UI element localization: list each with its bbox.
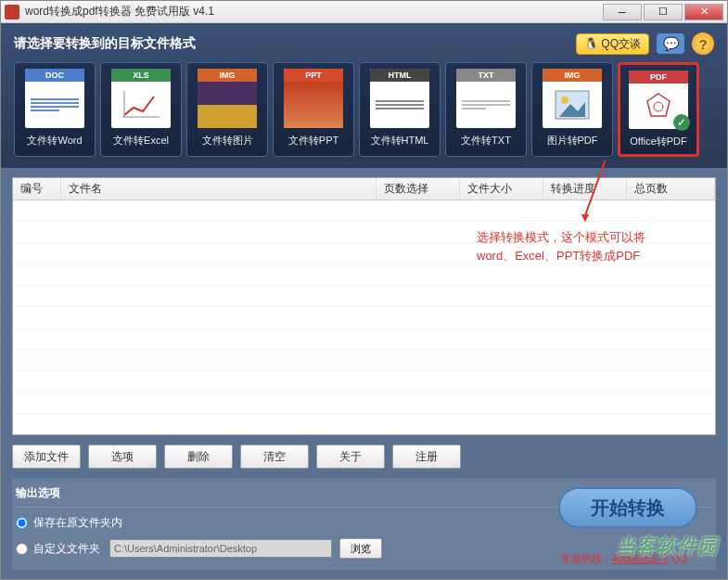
start-convert-button[interactable]: 开始转换 <box>558 487 697 528</box>
radio-custom-folder[interactable] <box>16 543 28 555</box>
tile-label: 文件转TXT <box>461 134 511 148</box>
app-window: word转换成pdf转换器 免费试用版 v4.1 ─ ☐ ✕ 请选择要转换到的目… <box>0 0 728 580</box>
path-input[interactable] <box>109 539 332 558</box>
img-badge: IMG <box>543 69 602 82</box>
titlebar: word转换成pdf转换器 免费试用版 v4.1 ─ ☐ ✕ <box>1 1 727 23</box>
svg-point-3 <box>561 97 568 104</box>
table-header: 编号 文件名 页数选择 文件大小 转换进度 总页数 <box>13 178 715 200</box>
format-tiles: DOC 文件转Word XLS 文件转Excel IMG 文件转图片 <box>14 62 714 157</box>
tile-label: 文件转HTML <box>371 134 429 148</box>
window-controls: ─ ☐ ✕ <box>603 4 723 20</box>
col-pages[interactable]: 页数选择 <box>377 178 460 200</box>
chat-icon: 💬 <box>663 36 679 51</box>
doc-badge: DOC <box>25 69 84 82</box>
content-area: ▼ 编号 文件名 页数选择 文件大小 转换进度 总页数 选择转换模式，这个模式可… <box>1 168 727 579</box>
help-button[interactable]: ? <box>692 32 714 55</box>
tile-label: 图片转PDF <box>547 134 598 148</box>
chart-icon <box>122 91 160 119</box>
tile-ppt[interactable]: PPT 文件转PPT <box>273 62 354 157</box>
annotation-text: 选择转换模式，这个模式可以将 word、Excel、PPT转换成PDF <box>477 228 645 264</box>
minimize-button[interactable]: ─ <box>603 4 642 20</box>
label-custom-folder: 自定义文件夹 <box>33 541 100 557</box>
tile-html[interactable]: HTML 文件转HTML <box>359 62 441 157</box>
tile-office2pdf[interactable]: PDF ✓ Office转PDF <box>618 62 699 157</box>
svg-point-6 <box>654 102 663 111</box>
options-button[interactable]: 选项 <box>88 445 157 469</box>
col-total[interactable]: 总页数 <box>627 178 715 200</box>
pdf-badge: PDF <box>629 71 688 84</box>
txt-badge: TXT <box>456 69 516 82</box>
col-size[interactable]: 文件大小 <box>460 178 543 200</box>
add-file-button[interactable]: 添加文件 <box>12 445 81 469</box>
xls-badge: XLS <box>111 69 171 82</box>
tile-img2pdf[interactable]: IMG 图片转PDF <box>531 62 613 157</box>
picture-icon <box>554 89 591 121</box>
ppt-badge: PPT <box>284 69 343 82</box>
html-badge: HTML <box>370 69 429 82</box>
pdf-icon <box>642 90 675 123</box>
register-button[interactable]: 注册 <box>392 445 461 469</box>
col-progress[interactable]: 转换进度 <box>543 178 627 200</box>
window-title: word转换成pdf转换器 免费试用版 v4.1 <box>25 4 603 19</box>
annotation-arrow-icon: ▼ <box>579 210 592 225</box>
col-number[interactable]: 编号 <box>13 178 61 200</box>
table-body[interactable]: 选择转换模式，这个模式可以将 word、Excel、PPT转换成PDF <box>13 200 715 434</box>
tile-txt[interactable]: TXT 文件转TXT <box>445 62 527 157</box>
footer-hotline: 客服热线：4006685572 QQ： <box>561 552 697 566</box>
clear-button[interactable]: 清空 <box>240 445 309 469</box>
tile-label: 文件转Word <box>27 134 82 148</box>
tile-label: 文件转Excel <box>113 134 169 148</box>
check-icon: ✓ <box>673 114 690 131</box>
close-button[interactable]: ✕ <box>684 4 723 20</box>
radio-original-folder[interactable] <box>16 517 28 529</box>
format-title: 请选择要转换到的目标文件格式 <box>14 35 576 52</box>
maximize-button[interactable]: ☐ <box>644 4 683 20</box>
format-toolbar: 请选择要转换到的目标文件格式 🐧 QQ交谈 💬 ? DOC 文件转Word <box>1 23 727 168</box>
tile-excel[interactable]: XLS 文件转Excel <box>100 62 182 157</box>
penguin-icon: 🐧 <box>584 37 598 50</box>
browse-button[interactable]: 浏览 <box>339 538 382 559</box>
file-table: 编号 文件名 页数选择 文件大小 转换进度 总页数 选择转换模式，这个模式可以将… <box>12 177 716 435</box>
chat-button[interactable]: 💬 <box>657 33 684 54</box>
qq-chat-button[interactable]: 🐧 QQ交谈 <box>576 33 649 55</box>
output-section: 输出选项 保存在原文件夹内 自定义文件夹 浏览 开始转换 客服热线：400668… <box>12 478 716 570</box>
img-badge: IMG <box>198 69 257 82</box>
col-filename[interactable]: 文件名 <box>61 178 377 200</box>
about-button[interactable]: 关于 <box>316 445 385 469</box>
tile-word[interactable]: DOC 文件转Word <box>14 62 96 157</box>
tile-image[interactable]: IMG 文件转图片 <box>186 62 268 157</box>
tile-label: 文件转PPT <box>288 134 338 148</box>
tile-label: Office转PDF <box>630 135 687 148</box>
svg-marker-5 <box>647 94 670 116</box>
delete-button[interactable]: 删除 <box>164 445 233 469</box>
action-buttons: 添加文件 选项 删除 清空 关于 注册 <box>12 445 716 469</box>
label-original-folder: 保存在原文件夹内 <box>33 515 122 531</box>
tile-label: 文件转图片 <box>202 134 253 148</box>
app-icon <box>5 5 19 19</box>
